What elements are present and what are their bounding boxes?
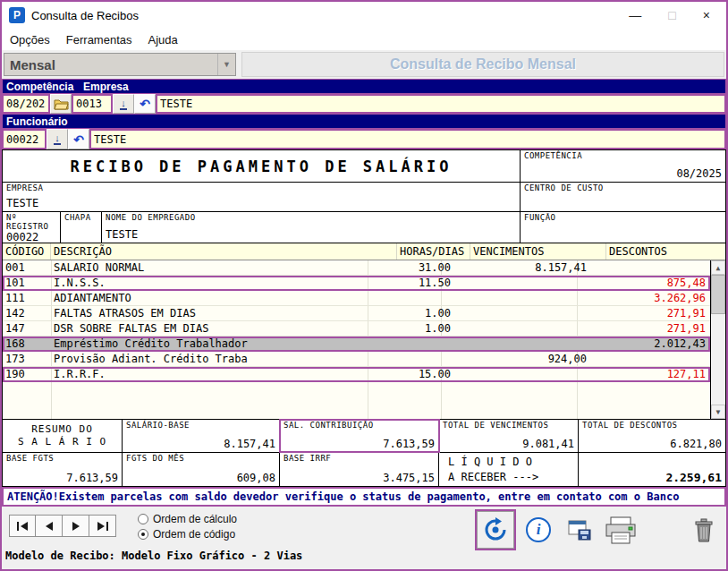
funcionario-code-input[interactable] — [2, 129, 47, 149]
funcionario-name-field[interactable] — [89, 129, 726, 149]
open-folder-button[interactable] — [50, 94, 72, 114]
cell-codigo: 190 — [3, 368, 51, 380]
toolbar: Mensal ▼ Consulta de Recibo Mensal — [2, 50, 726, 79]
load-funcionario-button[interactable]: ↓ — [47, 129, 68, 149]
registro-value: 00022 — [6, 231, 56, 244]
cell-codigo: 173 — [3, 353, 51, 365]
status-bar: Modelo de Recibo: Modelo Fixo Gráfico - … — [5, 550, 302, 562]
radio-ordem-calculo[interactable]: Ordem de cálculo — [138, 511, 237, 526]
scrollbar-thumb[interactable] — [711, 275, 725, 314]
arrow-down-icon: ↓ — [54, 133, 61, 145]
table-row[interactable]: 111ADIANTAMENTO3.262,96 — [3, 291, 710, 306]
base-fgts-label: BASE FGTS — [6, 454, 118, 463]
first-record-button[interactable] — [9, 515, 36, 537]
sal-contribuicao-value: 7.613,59 — [284, 438, 435, 451]
discard-button[interactable] — [689, 513, 719, 549]
cell-descricao: Empréstimo Crédito Trabalhador — [51, 337, 382, 350]
receipt-title: RECIBO DE PAGAMENTO DE SALÁRIO — [3, 150, 520, 182]
warning-message: ATENÇÃO!Existem parcelas com saldo deved… — [2, 487, 726, 507]
table-row[interactable]: 190I.R.R.F.15.00127,11 — [3, 367, 710, 382]
cell-descontos: 3.262,96 — [591, 292, 710, 304]
printer-icon — [605, 516, 637, 545]
table-row[interactable]: 168Empréstimo Crédito Trabalhador2.012,4… — [3, 337, 710, 352]
process-button[interactable] — [477, 511, 514, 549]
undo-button[interactable]: ↶ — [134, 94, 156, 114]
menu-bar: Opções Ferramentas Ajuda — [2, 29, 726, 50]
menu-ferramentas[interactable]: Ferramentas — [58, 30, 140, 49]
total-descontos-value: 6.821,80 — [582, 438, 722, 451]
menu-ajuda[interactable]: Ajuda — [140, 30, 186, 49]
export-report-button[interactable] — [562, 511, 597, 549]
period-select-value: Mensal — [4, 54, 217, 75]
fgts-mes-label: FGTS DO MÊS — [126, 454, 275, 463]
arrow-down-icon: ↓ — [120, 98, 127, 110]
radio-checked-icon[interactable] — [138, 529, 148, 540]
previous-record-button[interactable] — [36, 515, 63, 537]
sal-contribuicao-label: SAL. CONTRIBUIÇÃO — [284, 421, 435, 430]
order-radio-group: Ordem de cálculo Ordem de código — [138, 511, 237, 541]
cell-horas: 15.00 — [382, 368, 455, 380]
col-horas-dias: HORAS/DIAS — [397, 243, 470, 260]
radio-ordem-codigo[interactable]: Ordem de código — [138, 526, 237, 541]
cell-descricao: Provisão Adiant. Crédito Traba — [51, 353, 382, 365]
minimize-icon[interactable]: — — [629, 8, 641, 22]
cell-descontos: 875,48 — [591, 277, 710, 289]
cell-vencimentos: 8.157,41 — [455, 261, 591, 274]
cell-vencimentos: 924,00 — [455, 353, 591, 365]
cell-descontos: 271,91 — [591, 322, 710, 335]
undo-icon: ↶ — [73, 133, 84, 146]
competencia-input[interactable] — [2, 94, 50, 114]
registro-label: Nº REGISTRO — [6, 213, 56, 231]
base-fgts-value: 7.613,59 — [6, 472, 118, 485]
trash-icon — [693, 518, 715, 543]
last-record-button[interactable] — [89, 515, 116, 537]
scroll-up-icon[interactable]: ▲ — [711, 260, 725, 275]
cell-codigo: 001 — [3, 261, 51, 274]
info-button[interactable]: i — [521, 511, 556, 549]
scrollbar-track[interactable] — [711, 314, 725, 405]
export-report-icon — [568, 518, 591, 541]
app-window: P Consulta de Recibos — □ × Opções Ferra… — [0, 0, 728, 571]
cell-codigo: 111 — [3, 292, 51, 304]
vertical-scrollbar[interactable]: ▲ ▼ — [710, 260, 725, 419]
section-header-competencia-empresa: Competência Empresa — [2, 79, 726, 94]
base-irrf-label: BASE IRRF — [284, 454, 435, 463]
empresa-header-label: Empresa — [80, 81, 129, 93]
menu-opcoes[interactable]: Opções — [2, 30, 58, 49]
radio-unchecked-icon[interactable] — [138, 514, 148, 524]
scroll-down-icon[interactable]: ▼ — [711, 405, 725, 419]
next-record-button[interactable] — [63, 515, 89, 537]
base-irrf-value: 3.475,15 — [284, 472, 435, 485]
undo-funcionario-button[interactable]: ↶ — [68, 129, 89, 149]
print-button[interactable] — [599, 511, 642, 550]
section-header-funcionario: Funcionário — [2, 114, 726, 129]
load-button[interactable]: ↓ — [113, 94, 134, 114]
cell-horas: 1.00 — [382, 307, 455, 320]
close-icon[interactable]: × — [703, 8, 710, 22]
total-vencimentos-value: 9.081,41 — [443, 438, 574, 451]
funcionario-header-label: Funcionário — [3, 115, 68, 128]
chapa-label: CHAPA — [64, 213, 97, 222]
liquido-line2: A RECEBER ---> — [448, 470, 574, 484]
col-descricao: DESCRIÇÃO — [51, 243, 397, 260]
table-row[interactable]: 173Provisão Adiant. Crédito Traba924,00 — [3, 352, 710, 367]
refresh-icon — [483, 517, 508, 542]
table-row[interactable]: 001SALARIO NORMAL31.008.157,41 — [3, 260, 710, 276]
table-row[interactable]: 147DSR SOBRE FALTAS EM DIAS1.00271,91 — [3, 321, 710, 337]
cell-codigo: 142 — [3, 307, 51, 320]
maximize-icon[interactable]: □ — [668, 8, 675, 22]
fgts-mes-value: 609,08 — [126, 472, 275, 485]
cell-codigo: 147 — [3, 322, 51, 335]
table-row[interactable]: 101I.N.S.S.11.50875,48 — [3, 276, 710, 291]
liquido-receber-cell: L Í Q U I D O A RECEBER ---> — [439, 453, 579, 486]
col-codigo: CÓDIGO — [3, 243, 51, 260]
empresa-name-field[interactable] — [156, 94, 726, 114]
table-row[interactable]: 142FALTAS ATRASOS EM DIAS1.00271,91 — [3, 306, 710, 321]
salario-base-value: 8.157,41 — [126, 438, 275, 451]
page-title: Consulta de Recibo Mensal — [241, 52, 724, 77]
chevron-down-icon[interactable]: ▼ — [217, 54, 235, 75]
empresa-code-input[interactable] — [72, 94, 113, 114]
period-select[interactable]: Mensal ▼ — [4, 53, 236, 76]
footer: Ordem de cálculo Ordem de código i — [2, 507, 726, 564]
cell-descricao: DSR SOBRE FALTAS EM DIAS — [51, 322, 382, 335]
